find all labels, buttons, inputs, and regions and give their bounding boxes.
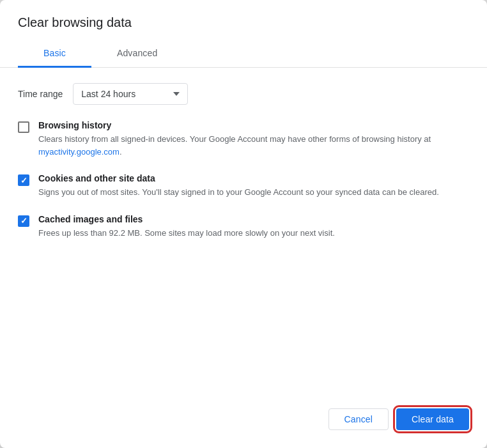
dropdown-arrow-icon (173, 92, 180, 96)
time-range-label: Time range (18, 89, 63, 99)
cookies-title: Cookies and other site data (38, 173, 469, 183)
cookies-desc: Signs you out of most sites. You'll stay… (38, 186, 469, 199)
checkmark-icon: ✓ (20, 176, 27, 185)
cached-item: ✓ Cached images and files Frees up less … (18, 214, 469, 240)
browsing-history-checkbox[interactable] (18, 121, 29, 133)
cached-checkbox-wrapper[interactable]: ✓ (18, 215, 31, 228)
time-range-value: Last 24 hours (81, 89, 168, 99)
cached-text: Cached images and files Frees up less th… (38, 214, 469, 240)
tabs-container: Basic Advanced (0, 40, 487, 68)
clear-browsing-data-dialog: Clear browsing data Basic Advanced Time … (0, 0, 487, 448)
browsing-history-item: Browsing history Clears history from all… (18, 120, 469, 158)
cached-desc: Frees up less than 92.2 MB. Some sites m… (38, 227, 469, 240)
clear-data-button[interactable]: Clear data (396, 408, 469, 430)
tab-basic[interactable]: Basic (18, 40, 91, 68)
browsing-history-text: Browsing history Clears history from all… (38, 120, 469, 158)
cookies-text: Cookies and other site data Signs you ou… (38, 173, 469, 199)
browsing-history-checkbox-wrapper[interactable] (18, 121, 31, 134)
time-range-row: Time range Last 24 hours (18, 83, 469, 105)
cached-title: Cached images and files (38, 214, 469, 224)
dialog-title: Clear browsing data (0, 0, 487, 30)
cookies-item: ✓ Cookies and other site data Signs you … (18, 173, 469, 199)
dialog-footer: Cancel Clear data (0, 398, 487, 448)
cookies-checkbox[interactable]: ✓ (18, 174, 29, 186)
tab-advanced[interactable]: Advanced (91, 40, 183, 68)
cookies-checkbox-wrapper[interactable]: ✓ (18, 174, 31, 187)
cancel-button[interactable]: Cancel (329, 408, 389, 430)
myactivity-link[interactable]: myactivity.google.com (38, 147, 120, 157)
browsing-history-desc: Clears history from all signed-in device… (38, 133, 469, 158)
checkmark-icon-2: ✓ (20, 217, 27, 225)
time-range-select[interactable]: Last 24 hours (73, 83, 188, 105)
dialog-content: Time range Last 24 hours Browsing histor… (0, 68, 487, 398)
cached-checkbox[interactable]: ✓ (18, 215, 29, 227)
browsing-history-title: Browsing history (38, 120, 469, 130)
